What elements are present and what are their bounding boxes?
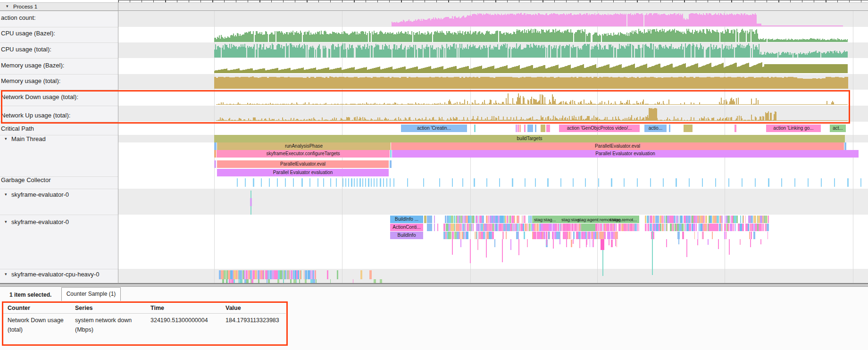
gc-event-tick[interactable] xyxy=(237,178,238,187)
gc-event-tick[interactable] xyxy=(512,178,513,187)
collapse-arrow-icon[interactable]: ▾ xyxy=(5,272,7,276)
gc-event-tick[interactable] xyxy=(663,178,664,187)
gc-event-tick[interactable] xyxy=(362,178,363,187)
sky2-descender[interactable] xyxy=(718,239,719,249)
sky2-slice[interactable] xyxy=(424,216,426,223)
sky2-descender[interactable] xyxy=(708,239,709,245)
sky2-descender[interactable] xyxy=(494,239,495,247)
histogram-cpu-usage-total[interactable] xyxy=(0,43,868,58)
gc-event-tick[interactable] xyxy=(689,178,690,187)
critical-path-slice[interactable] xyxy=(669,125,670,132)
gc-event-tick[interactable] xyxy=(560,178,561,187)
gc-event-tick[interactable] xyxy=(390,178,391,187)
tab-counter-sample[interactable]: Counter Sample (1) xyxy=(61,287,121,301)
gc-event-tick[interactable] xyxy=(374,178,375,187)
critical-path-slice[interactable] xyxy=(734,125,736,132)
critical-path-slice[interactable] xyxy=(516,125,517,132)
sky2-descender[interactable] xyxy=(615,239,616,246)
sky2-labeled-slice[interactable]: BuildInfo ... xyxy=(390,216,423,223)
sky2-descender[interactable] xyxy=(527,239,528,247)
cpu-heavy-strip[interactable] xyxy=(218,279,317,283)
critical-path-slice[interactable] xyxy=(524,125,526,132)
gc-event-tick[interactable] xyxy=(474,178,475,187)
gc-event-tick[interactable] xyxy=(277,178,278,187)
gc-event-tick[interactable] xyxy=(611,178,612,187)
gc-event-tick[interactable] xyxy=(573,178,574,187)
sky2-slice[interactable] xyxy=(427,216,432,223)
sky2-descender[interactable] xyxy=(573,239,574,244)
sky2-descender[interactable] xyxy=(470,239,471,263)
gc-event-tick[interactable] xyxy=(462,178,463,187)
histogram-memory-usage-total[interactable] xyxy=(0,75,868,89)
sky2-slice[interactable] xyxy=(434,224,435,231)
sky2-descender[interactable] xyxy=(559,239,560,244)
gc-event-tick[interactable] xyxy=(439,178,440,187)
main-thread-slice[interactable] xyxy=(214,160,216,168)
sky2-descender[interactable] xyxy=(518,239,519,255)
critical-path-slice[interactable] xyxy=(535,125,536,132)
sky2-strip[interactable] xyxy=(443,224,532,231)
gc-event-tick[interactable] xyxy=(452,178,453,187)
sky2-descender[interactable] xyxy=(729,239,730,255)
gc-event-tick[interactable] xyxy=(624,178,625,187)
gc-event-tick[interactable] xyxy=(380,178,381,187)
sky2-strip[interactable] xyxy=(443,216,532,223)
gc-event-tick[interactable] xyxy=(301,178,303,187)
main-thread-slice[interactable]: runAnalysisPhase xyxy=(217,142,391,150)
gc-event-tick[interactable] xyxy=(547,178,549,187)
gc-event-tick[interactable] xyxy=(342,178,343,187)
gc-event-tick[interactable] xyxy=(330,178,331,187)
gc-event-tick[interactable] xyxy=(423,178,424,187)
main-thread-slice[interactable]: Parallel Evaluator evaluation xyxy=(217,169,389,176)
sky2-strip[interactable] xyxy=(491,232,532,239)
sky2-strip[interactable] xyxy=(443,232,491,239)
sky2-descender[interactable] xyxy=(502,239,503,262)
gc-event-tick[interactable] xyxy=(676,178,677,187)
gc-event-tick[interactable] xyxy=(407,178,408,187)
gc-event-tick[interactable] xyxy=(768,178,769,187)
sky2-strip[interactable] xyxy=(645,224,769,231)
gc-event-tick[interactable] xyxy=(393,178,394,187)
sky2-slice[interactable] xyxy=(434,216,435,223)
gc-event-tick[interactable] xyxy=(834,178,835,187)
horizontal-splitter[interactable] xyxy=(0,283,868,287)
gc-event-tick[interactable] xyxy=(371,178,372,187)
sky2-descender[interactable] xyxy=(546,239,547,245)
critical-path-slice[interactable]: action 'GenObjcProtos video/... xyxy=(559,125,640,132)
gc-event-tick[interactable] xyxy=(860,178,861,187)
sky2-strip[interactable] xyxy=(532,232,618,239)
gc-event-tick[interactable] xyxy=(285,178,286,187)
cpu-heavy-strip[interactable] xyxy=(216,270,316,279)
sky2-descender[interactable] xyxy=(553,239,554,249)
main-thread-slice[interactable]: buildTargets xyxy=(214,135,845,142)
gc-event-tick[interactable] xyxy=(245,178,246,187)
gc-event-tick[interactable] xyxy=(794,178,795,187)
sky2-descender[interactable] xyxy=(486,239,487,258)
sky2-descender[interactable] xyxy=(510,239,511,250)
critical-path-slice[interactable]: act... xyxy=(830,125,846,132)
sky2-slice[interactable] xyxy=(437,224,438,231)
gc-event-tick[interactable] xyxy=(317,178,318,187)
main-thread-slice[interactable] xyxy=(390,160,392,168)
gc-event-tick[interactable] xyxy=(365,178,366,187)
gc-event-tick[interactable] xyxy=(715,178,716,187)
histogram-cpu-usage-bazel[interactable] xyxy=(0,28,868,42)
critical-path-slice[interactable] xyxy=(474,125,476,132)
gc-event-tick[interactable] xyxy=(702,178,703,187)
cpu-heavy-strip[interactable] xyxy=(330,279,387,283)
collapse-arrow-icon[interactable]: ▾ xyxy=(5,192,7,197)
sky2-descender[interactable] xyxy=(566,239,567,247)
gc-event-tick[interactable] xyxy=(535,178,536,187)
critical-path-slice[interactable]: actio... xyxy=(644,125,667,132)
sky2-strip[interactable] xyxy=(645,216,769,223)
sky2-strip[interactable] xyxy=(651,232,769,239)
gc-event-tick[interactable] xyxy=(598,178,599,187)
gc-event-tick[interactable] xyxy=(821,178,822,187)
sky2-green-block[interactable] xyxy=(581,224,595,231)
track-label-group[interactable]: ▾skyframe-evaluator-cpu-heavy-0 xyxy=(0,271,118,278)
gc-event-tick[interactable] xyxy=(323,178,324,187)
sky2-strip[interactable] xyxy=(542,240,618,247)
gc-event-tick[interactable] xyxy=(269,178,270,187)
main-thread-slice[interactable] xyxy=(390,150,392,158)
gc-event-tick[interactable] xyxy=(742,178,743,187)
